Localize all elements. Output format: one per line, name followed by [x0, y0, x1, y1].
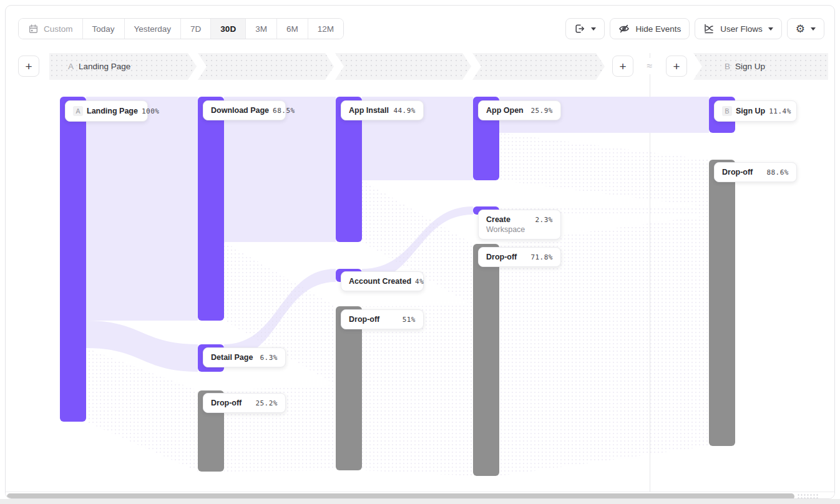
flow-link-dropoff-3-dropoff-4: [362, 306, 473, 476]
node-label: Create: [486, 215, 510, 224]
node-percentage: 4%: [411, 278, 424, 286]
node-bar-dropoff-4[interactable]: [473, 244, 499, 476]
node-card-account-created[interactable]: Account Created4%: [341, 271, 424, 291]
node-card-sign-up[interactable]: BSign Up11.4%: [714, 100, 797, 122]
node-bar-dropoff-3[interactable]: [336, 306, 362, 470]
node-label: App Open: [486, 106, 524, 115]
node-card-detail-page[interactable]: Detail Page6.3%: [203, 347, 286, 367]
node-card-create-workspace[interactable]: Create2.3%Workspace: [478, 210, 561, 240]
node-label: Drop-off: [349, 315, 379, 324]
page-bottom-strip: [0, 499, 840, 504]
flow-link-app-open-dropoff-b: [499, 133, 709, 207]
node-percentage: 6.3%: [256, 354, 278, 362]
node-label: Drop-off: [211, 399, 242, 407]
scrollbar-overflow-hint: [797, 493, 818, 499]
node-percentage: 71.8%: [527, 253, 553, 261]
node-label: App Install: [349, 106, 389, 115]
node-letter-badge: B: [722, 106, 732, 116]
node-letter-badge: A: [73, 106, 83, 116]
node-percentage: 25.2%: [252, 399, 278, 407]
node-label: Account Created: [349, 277, 411, 286]
node-label: Landing Page: [87, 107, 138, 115]
node-card-dropoff-3[interactable]: Drop-off51%: [341, 309, 424, 329]
node-percentage: 68.5%: [269, 107, 295, 115]
node-card-download[interactable]: Download Page68.5%: [203, 100, 286, 120]
node-percentage: 25.9%: [527, 107, 553, 115]
node-label: Drop-off: [486, 253, 517, 261]
node-card-dropoff-2[interactable]: Drop-off25.2%: [203, 393, 286, 413]
user-flows-panel: CustomTodayYesterday7D30D3M6M12M: [5, 5, 835, 499]
node-percentage: 44.9%: [389, 107, 416, 115]
node-percentage: 51%: [399, 316, 416, 324]
node-card-app-open[interactable]: App Open25.9%: [478, 100, 561, 120]
node-percentage: 100%: [138, 107, 160, 115]
node-card-landing[interactable]: ALanding Page100%: [65, 100, 148, 122]
horizontal-scrollbar-thumb[interactable]: [7, 493, 794, 499]
user-flows-sankey: [6, 6, 834, 498]
node-card-app-install[interactable]: App Install44.9%: [341, 100, 424, 120]
node-label: Download Page: [211, 106, 269, 115]
node-card-dropoff-b[interactable]: Drop-off88.6%: [714, 162, 797, 182]
node-percentage: 2.3%: [532, 216, 554, 224]
node-percentage: 88.6%: [763, 168, 789, 177]
node-label: Drop-off: [722, 168, 753, 177]
node-bar-dropoff-b[interactable]: [709, 160, 735, 446]
node-card-dropoff-4[interactable]: Drop-off71.8%: [478, 247, 561, 267]
node-label: Sign Up: [736, 107, 765, 115]
node-bar-download[interactable]: [198, 97, 224, 321]
node-bar-landing[interactable]: [60, 97, 86, 422]
horizontal-scrollbar[interactable]: [6, 492, 834, 499]
node-label-line2: Workspace: [486, 225, 553, 234]
node-label: Detail Page: [211, 353, 253, 362]
flow-link-landing-download: [86, 97, 198, 321]
node-percentage: 11.4%: [765, 107, 791, 115]
